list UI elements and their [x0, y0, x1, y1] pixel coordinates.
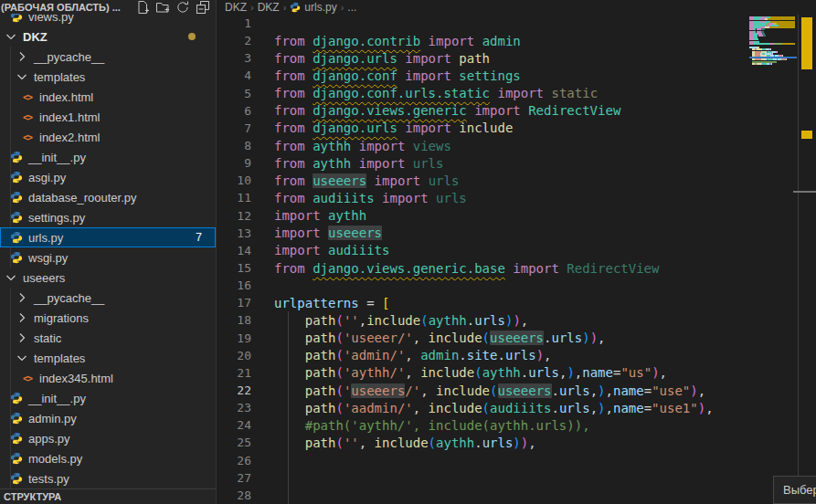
line-number: 12 — [217, 209, 251, 223]
code-line-6[interactable]: 6from django.views.generic import Redire… — [217, 102, 816, 120]
tree-item-label: models.py — [28, 452, 82, 466]
code-line-13[interactable]: 13import useeers — [217, 225, 816, 242]
tree-file-tests-py[interactable]: tests.py — [0, 468, 216, 488]
code-line-15[interactable]: 15from django.views.generic.base import … — [217, 259, 816, 277]
line-number: 17 — [217, 296, 251, 310]
python-icon — [9, 170, 24, 184]
tree-file-index1-html[interactable]: <>index1.html — [0, 107, 216, 127]
indent-guide — [288, 399, 289, 416]
line-number: 8 — [217, 139, 251, 152]
overview-ruler[interactable] — [793, 0, 816, 504]
explorer-section-header[interactable]: (РАБОЧАЯ ОБЛАСТЬ) ... — [0, 0, 216, 14]
code-line-20[interactable]: 20 path('admin/', admin.site.urls), — [217, 347, 816, 364]
minimap[interactable] — [749, 15, 797, 124]
tree-folder--pycache-[interactable]: __pycache__ — [0, 47, 216, 67]
new-file-icon[interactable] — [135, 0, 150, 15]
line-number: 24 — [217, 418, 251, 432]
tree-file-admin-py[interactable]: admin.py — [0, 408, 216, 428]
code-line-27[interactable]: 27 — [217, 469, 816, 487]
tree-file-models-py[interactable]: models.py — [0, 448, 216, 468]
line-content: from django.urls import include — [274, 121, 513, 135]
code-line-21[interactable]: 21 path('aythh/', include(aythh.urls,),n… — [217, 364, 816, 382]
code-line-19[interactable]: 19 path('useeer/', include(useeers.urls)… — [217, 330, 816, 347]
code-line-12[interactable]: 12import aythh — [217, 207, 816, 225]
tree-folder-templates[interactable]: templates — [0, 67, 216, 87]
tree-folder--pycache-[interactable]: __pycache__ — [0, 288, 216, 308]
tree-item-label: database_roouter.py — [28, 191, 137, 205]
code-line-8[interactable]: 8from aythh import views — [217, 137, 816, 154]
code-line-10[interactable]: 10from useeers import urls — [217, 172, 816, 189]
code-line-17[interactable]: 17urlpatterns = [ — [217, 294, 816, 311]
tree-file-index-html[interactable]: <>index.html — [0, 87, 216, 107]
tree-file--init-py[interactable]: __init__.py — [0, 388, 216, 408]
line-content: from django.conf import settings — [274, 68, 521, 83]
tree-file-index345-html[interactable]: <>index345.html — [0, 368, 216, 388]
code-area[interactable]: 12from django.contrib import admin3from … — [217, 15, 816, 504]
line-number: 20 — [217, 349, 251, 362]
refresh-icon[interactable] — [175, 0, 190, 15]
collapse-all-icon[interactable] — [196, 0, 210, 15]
tree-file--init-py[interactable]: __init__.py — [0, 147, 216, 167]
breadcrumb-item[interactable]: urls.py — [304, 1, 336, 14]
tree-folder-templates[interactable]: templates — [0, 348, 216, 368]
tree-folder-dkz[interactable]: DKZ — [0, 26, 216, 47]
tree-file-index2-html[interactable]: <>index2.html — [0, 127, 216, 147]
tree-file-wsgi-py[interactable]: wsgi.py — [0, 247, 216, 268]
line-content: from aythh import views — [274, 139, 451, 153]
indent-guide — [288, 416, 289, 434]
tree-item-label: tests.py — [28, 472, 69, 486]
indent-guide — [288, 382, 289, 399]
tree-item-label: index2.html — [39, 131, 100, 144]
code-line-5[interactable]: 5from django.conf.urls.static import sta… — [217, 85, 816, 102]
line-number: 28 — [217, 488, 251, 502]
code-line-25[interactable]: 25 path('', include(aythh.urls)), — [217, 434, 816, 451]
tree-item-label: __init__.py — [28, 392, 86, 405]
code-line-28[interactable]: 28 — [217, 487, 816, 504]
line-number: 16 — [217, 278, 251, 292]
code-line-4[interactable]: 4from django.conf import settings — [217, 67, 816, 84]
line-content: path('', include(aythh.urls)), — [274, 436, 536, 450]
line-number: 1 — [217, 16, 251, 30]
outline-section-header[interactable]: СТРУКТУРА — [0, 488, 216, 504]
tree-folder-migrations[interactable]: migrations — [0, 308, 216, 328]
new-folder-icon[interactable] — [155, 0, 170, 15]
code-line-22[interactable]: 22 path('useeers/', include(useeers.urls… — [217, 382, 816, 399]
tree-file-apps-py[interactable]: apps.py — [0, 428, 216, 448]
python-icon — [9, 471, 24, 486]
tree-item-label: migrations — [34, 311, 89, 325]
code-line-18[interactable]: 18 path('',include(aythh.urls)), — [217, 311, 816, 329]
breadcrumb-item[interactable]: ... — [347, 1, 356, 14]
breadcrumb-item[interactable]: DKZ — [258, 1, 280, 14]
line-number: 21 — [217, 366, 251, 380]
indent-guide — [288, 469, 289, 487]
code-line-16[interactable]: 16 — [217, 277, 816, 294]
code-line-14[interactable]: 14import audiiits — [217, 242, 816, 259]
python-icon — [9, 210, 24, 225]
code-line-2[interactable]: 2from django.contrib import admin — [217, 32, 816, 49]
eol-tooltip-text: Выберите последовательность конца строки — [783, 483, 816, 497]
tree-file-database-roouter-py[interactable]: database_roouter.py — [0, 187, 216, 207]
code-line-11[interactable]: 11from audiiits import urls — [217, 189, 816, 206]
html-icon: <> — [20, 110, 35, 124]
line-number: 4 — [217, 68, 251, 82]
code-line-26[interactable]: 26 — [217, 452, 816, 469]
tree-file-asgi-py[interactable]: asgi.py — [0, 167, 216, 187]
line-number: 11 — [217, 191, 251, 205]
python-icon — [9, 451, 24, 466]
code-line-1[interactable]: 1 — [217, 15, 816, 32]
code-line-24[interactable]: 24 #path('aythh/', include(aythh.urls)), — [217, 416, 816, 434]
tree-folder-static[interactable]: static — [0, 328, 216, 348]
code-line-3[interactable]: 3from django.urls import path — [217, 49, 816, 67]
code-line-9[interactable]: 9from aythh import urls — [217, 154, 816, 172]
eol-tooltip: Выберите последовательность конца строки — [773, 476, 816, 504]
breadcrumb: DKZ›DKZ›urls.py›... — [217, 0, 816, 15]
tree-file-urls-py[interactable]: urls.py7 — [0, 227, 216, 247]
python-icon — [9, 250, 24, 265]
tree-item-label: index345.html — [39, 372, 113, 385]
tree-folder-useeers[interactable]: useeers — [0, 268, 216, 288]
code-line-23[interactable]: 23 path('aadmin/', include(audiiits.urls… — [217, 399, 816, 416]
tree-file-settings-py[interactable]: settings.py — [0, 207, 216, 227]
breadcrumb-item[interactable]: DKZ — [225, 1, 247, 14]
indent-guide — [288, 311, 289, 329]
code-line-7[interactable]: 7from django.urls import include — [217, 120, 816, 137]
